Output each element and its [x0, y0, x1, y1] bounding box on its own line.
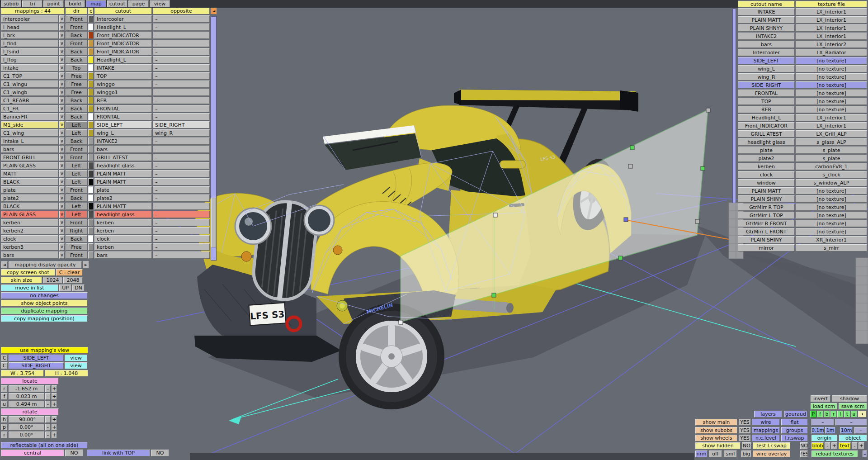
mapping-color-swatch[interactable] [88, 211, 94, 218]
mapping-name-cell[interactable]: l_fsind [1, 48, 58, 55]
menu-tab[interactable]: build [65, 0, 85, 7]
mapping-visible-toggle[interactable]: v [59, 235, 65, 242]
mapping-opposite-cell[interactable]: – [153, 219, 210, 226]
mapping-name-cell[interactable]: bars [1, 251, 58, 259]
menu-tab[interactable]: view [150, 0, 170, 7]
texture-file-cell[interactable]: s_glass_ALP [796, 138, 867, 146]
mapping-visible-toggle[interactable]: v [59, 105, 65, 112]
opacity-label[interactable]: mapping display opacity [9, 261, 82, 268]
mapping-visible-toggle[interactable]: v [59, 40, 65, 47]
mapping-color-swatch[interactable] [88, 227, 94, 234]
test-lr-swap-button[interactable]: test l.r.swap [753, 442, 790, 449]
cutout-name-cell[interactable]: PLAIN SHNYY [738, 24, 795, 32]
cutout-name-cell[interactable]: clock [738, 171, 795, 178]
grid-0-1m-button[interactable]: 0.1m [811, 427, 824, 434]
mapping-cutout-cell[interactable]: kerben [94, 243, 152, 251]
texture-file-cell[interactable]: [no texture] [796, 204, 867, 211]
locate-plus-button[interactable]: + [52, 393, 57, 400]
cutout-name-cell[interactable]: PLAIN MATT [738, 187, 795, 194]
mapping-visible-toggle[interactable]: v [59, 32, 65, 39]
mapping-color-swatch[interactable] [88, 56, 94, 63]
mapping-cutout-cell[interactable]: FRONTAL [94, 105, 152, 112]
show-main-button[interactable]: show main [695, 419, 737, 426]
mapping-color-swatch[interactable] [88, 97, 94, 104]
mapping-visible-toggle[interactable]: v [59, 243, 65, 251]
cutout-name-cell[interactable]: Headlight_L [738, 114, 795, 121]
blob-button[interactable]: blob [811, 442, 824, 449]
nrm-off-button[interactable]: off [709, 451, 722, 457]
mapping-color-swatch[interactable] [88, 129, 94, 137]
rotate-value[interactable]: -90.00° [9, 416, 44, 423]
cutout-name-cell[interactable]: GtrMirr R FRONT [738, 220, 795, 227]
link-with-top-button[interactable]: link with TOP [87, 450, 150, 456]
texture-file-cell[interactable]: LX_interior1 [796, 33, 867, 40]
mapping-cutout-cell[interactable]: winggo1 [94, 89, 152, 96]
cutout-name-cell[interactable]: GtrMirr L TOP [738, 212, 795, 219]
texture-file-cell[interactable]: LX_Grill_ALP [796, 130, 867, 138]
mapping-opposite-cell[interactable]: – [153, 113, 210, 120]
texture-file-cell[interactable]: [no texture] [796, 98, 867, 105]
texture-file-cell[interactable]: s_mirr [796, 244, 867, 251]
texture-file-cell[interactable]: [no texture] [796, 220, 867, 227]
color-header[interactable]: c [88, 8, 94, 14]
mapping-visible-toggle[interactable]: v [59, 219, 65, 226]
mapping-color-swatch[interactable] [88, 154, 94, 161]
mapping-cutout-cell[interactable]: clock [94, 235, 152, 242]
mapping-name-cell[interactable]: l_find [1, 40, 58, 47]
mapping-opposite-cell[interactable]: – [153, 48, 210, 55]
side-right-mapping-button[interactable]: SIDE_RIGHT [9, 362, 64, 369]
mapping-opposite-cell[interactable]: – [153, 235, 210, 242]
rotate-value[interactable]: 0.00° [9, 432, 44, 438]
texture-file-cell[interactable]: [no texture] [796, 228, 867, 235]
projection-button[interactable]: l [837, 411, 844, 417]
mapping-dir-cell[interactable]: Back [66, 97, 87, 104]
mapping-dir-cell[interactable]: Free [66, 72, 87, 80]
cutout-name-cell[interactable]: PLAIN MATT [738, 16, 795, 24]
menu-tab[interactable]: tri [22, 0, 42, 7]
texture-file-cell[interactable]: LX_interior2 [796, 41, 867, 48]
menu-tab[interactable]: page [128, 0, 149, 7]
object-button[interactable]: object [839, 435, 867, 441]
mapping-color-swatch[interactable] [88, 40, 94, 47]
mapping-opposite-cell[interactable]: – [153, 146, 210, 153]
copy-screenshot-button[interactable]: copy screen shot [1, 269, 55, 276]
mapping-visible-toggle[interactable]: v [59, 227, 65, 234]
mapping-cutout-cell[interactable]: Headlight_L [94, 56, 152, 63]
cutout-name-cell[interactable]: GtrMirr R TOP [738, 204, 795, 211]
cutout-name-cell[interactable]: GRILL ATEST [738, 130, 795, 138]
mapping-visible-toggle[interactable]: v [59, 81, 65, 88]
mapping-name-cell[interactable]: C1_REARR [1, 97, 58, 104]
nc-level-button[interactable]: n.c.level [752, 435, 780, 441]
mapping-color-swatch[interactable] [88, 235, 94, 242]
mapping-color-swatch[interactable] [88, 64, 94, 71]
mapping-cutout-cell[interactable]: Intercooler [94, 15, 152, 23]
cutout-name-cell[interactable]: SIDE_LEFT [738, 57, 795, 64]
cutout-name-cell[interactable]: PLAIN SHINY [738, 236, 795, 243]
text-button[interactable]: text [839, 442, 851, 449]
mapping-name-cell[interactable]: l_ffog [1, 56, 58, 63]
mapping-name-cell[interactable]: intake [1, 64, 58, 71]
mapping-opposite-cell[interactable]: – [153, 72, 210, 80]
mapping-opposite-cell[interactable]: – [153, 194, 210, 202]
mapping-name-cell[interactable]: BannerFR [1, 113, 58, 120]
locate-minus-button[interactable]: - [45, 393, 51, 400]
locate-minus-button[interactable]: - [45, 401, 51, 408]
mapping-visible-toggle[interactable]: v [59, 56, 65, 63]
mapping-dir-cell[interactable]: Front [66, 15, 87, 23]
show-wheels-button[interactable]: show wheels [695, 435, 737, 441]
clear-button[interactable]: C : clear [56, 269, 83, 276]
mapping-cutout-cell[interactable]: PLAIN MATT [94, 203, 152, 210]
mapping-cutout-cell[interactable]: PLAIN MATT [94, 178, 152, 185]
mapping-opposite-cell[interactable]: – [153, 154, 210, 161]
mapping-color-swatch[interactable] [88, 121, 94, 128]
text-minus-button[interactable]: - [852, 442, 858, 449]
mapping-dir-cell[interactable]: Front [66, 40, 87, 47]
cutout-name-cell[interactable]: bars [738, 41, 795, 48]
mapping-opposite-cell[interactable]: – [153, 251, 210, 259]
mapping-opposite-cell[interactable]: – [153, 227, 210, 234]
cutout-name-cell[interactable]: Front_INDICATOR [738, 122, 795, 129]
central-no-toggle[interactable]: NO [65, 450, 83, 456]
mapping-opposite-cell[interactable]: – [153, 162, 210, 169]
menu-tab[interactable]: point [43, 0, 64, 7]
mapping-color-swatch[interactable] [88, 89, 94, 96]
